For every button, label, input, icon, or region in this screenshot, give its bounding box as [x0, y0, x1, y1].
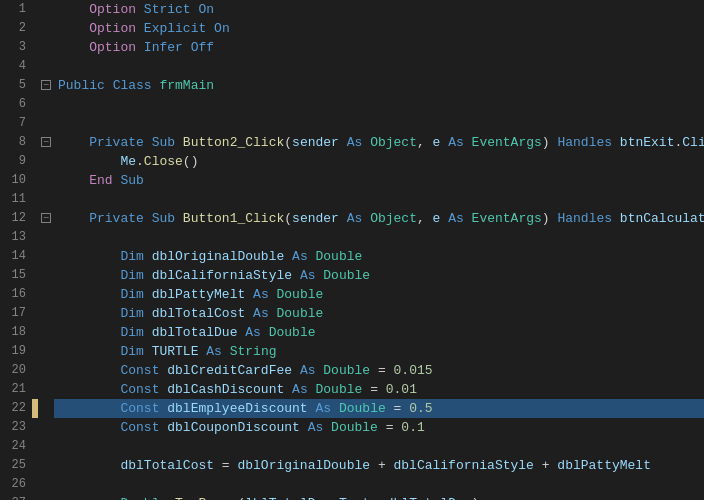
code-line-13[interactable] — [54, 228, 704, 247]
line-number-22: 22 — [0, 399, 26, 418]
line-number-4: 4 — [0, 57, 26, 76]
line-number-19: 19 — [0, 342, 26, 361]
collapse-btn-6 — [38, 95, 54, 114]
code-line-14[interactable]: Dim dblOriginalDouble As Double — [54, 247, 704, 266]
line-number-5: 5 — [0, 76, 26, 95]
line-number-24: 24 — [0, 437, 26, 456]
line-number-1: 1 — [0, 0, 26, 19]
collapse-btn-26 — [38, 475, 54, 494]
collapse-btn-12[interactable]: − — [38, 209, 54, 228]
collapse-btn-9 — [38, 152, 54, 171]
code-line-26[interactable] — [54, 475, 704, 494]
collapse-btn-25 — [38, 456, 54, 475]
collapse-btn-10 — [38, 171, 54, 190]
line-number-2: 2 — [0, 19, 26, 38]
code-line-1[interactable]: Option Strict On — [54, 0, 704, 19]
collapse-btn-14 — [38, 247, 54, 266]
code-line-11[interactable] — [54, 190, 704, 209]
code-line-2[interactable]: Option Explicit On — [54, 19, 704, 38]
line-number-27: 27 — [0, 494, 26, 500]
collapse-btn-13 — [38, 228, 54, 247]
code-line-4[interactable] — [54, 57, 704, 76]
code-line-6[interactable] — [54, 95, 704, 114]
code-line-7[interactable] — [54, 114, 704, 133]
collapse-btn-8[interactable]: − — [38, 133, 54, 152]
collapse-btn-24 — [38, 437, 54, 456]
line-number-21: 21 — [0, 380, 26, 399]
collapse-btn-21 — [38, 380, 54, 399]
line-number-9: 9 — [0, 152, 26, 171]
code-line-5[interactable]: Public Class frmMain — [54, 76, 704, 95]
collapse-btn-27 — [38, 494, 54, 500]
code-line-16[interactable]: Dim dblPattyMelt As Double — [54, 285, 704, 304]
line-number-3: 3 — [0, 38, 26, 57]
code-line-27[interactable]: Double.TryParse(lblTotalDue.Text, dblTot… — [54, 494, 704, 500]
line-number-23: 23 — [0, 418, 26, 437]
line-number-17: 17 — [0, 304, 26, 323]
code-line-23[interactable]: Const dblCouponDiscount As Double = 0.1 — [54, 418, 704, 437]
collapse-btn-18 — [38, 323, 54, 342]
line-numbers: 1234567891011121314151617181920212223242… — [0, 0, 32, 500]
collapse-col[interactable]: −−−− — [38, 0, 54, 500]
code-line-22[interactable]: Const dblEmplyeeDiscount As Double = 0.5 — [54, 399, 704, 418]
line-number-7: 7 — [0, 114, 26, 133]
code-line-19[interactable]: Dim TURTLE As String — [54, 342, 704, 361]
collapse-btn-15 — [38, 266, 54, 285]
line-number-20: 20 — [0, 361, 26, 380]
collapse-btn-11 — [38, 190, 54, 209]
editor-container: 1234567891011121314151617181920212223242… — [0, 0, 704, 500]
line-number-25: 25 — [0, 456, 26, 475]
collapse-btn-16 — [38, 285, 54, 304]
line-number-26: 26 — [0, 475, 26, 494]
collapse-btn-3 — [38, 38, 54, 57]
collapse-btn-5[interactable]: − — [38, 76, 54, 95]
line-number-14: 14 — [0, 247, 26, 266]
code-line-20[interactable]: Const dblCreditCardFee As Double = 0.015 — [54, 361, 704, 380]
collapse-btn-1 — [38, 0, 54, 19]
code-content: Option Strict On Option Explicit On Opti… — [54, 0, 704, 500]
collapse-btn-2 — [38, 19, 54, 38]
code-line-9[interactable]: Me.Close() — [54, 152, 704, 171]
code-line-3[interactable]: Option Infer Off — [54, 38, 704, 57]
line-number-18: 18 — [0, 323, 26, 342]
line-number-6: 6 — [0, 95, 26, 114]
collapse-btn-20 — [38, 361, 54, 380]
collapse-btn-4 — [38, 57, 54, 76]
collapse-btn-22 — [38, 399, 54, 418]
code-line-10[interactable]: End Sub — [54, 171, 704, 190]
code-line-15[interactable]: Dim dblCaliforniaStyle As Double — [54, 266, 704, 285]
code-line-17[interactable]: Dim dblTotalCost As Double — [54, 304, 704, 323]
code-line-8[interactable]: Private Sub Button2_Click(sender As Obje… — [54, 133, 704, 152]
collapse-btn-23 — [38, 418, 54, 437]
line-number-15: 15 — [0, 266, 26, 285]
code-line-21[interactable]: Const dblCashDiscount As Double = 0.01 — [54, 380, 704, 399]
code-line-25[interactable]: dblTotalCost = dblOriginalDouble + dblCa… — [54, 456, 704, 475]
code-line-24[interactable] — [54, 437, 704, 456]
collapse-btn-19 — [38, 342, 54, 361]
line-number-16: 16 — [0, 285, 26, 304]
code-line-12[interactable]: Private Sub Button1_Click(sender As Obje… — [54, 209, 704, 228]
code-line-18[interactable]: Dim dblTotalDue As Double — [54, 323, 704, 342]
collapse-btn-17 — [38, 304, 54, 323]
line-number-13: 13 — [0, 228, 26, 247]
collapse-btn-7 — [38, 114, 54, 133]
line-number-11: 11 — [0, 190, 26, 209]
line-number-10: 10 — [0, 171, 26, 190]
line-number-12: 12 — [0, 209, 26, 228]
line-number-8: 8 — [0, 133, 26, 152]
